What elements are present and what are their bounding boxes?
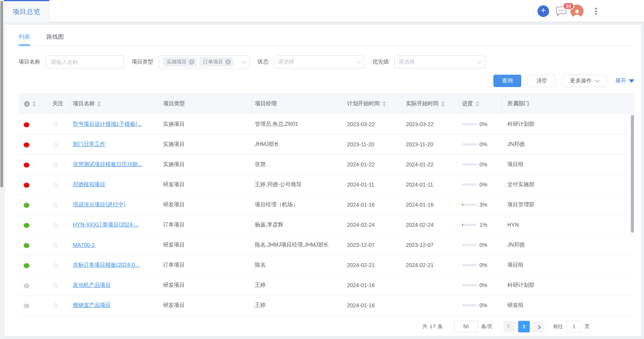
department-cell: 交付实施部: [501, 175, 634, 195]
messages-button[interactable]: 24: [556, 6, 567, 17]
project-name-link[interactable]: HYN-XXX订单项目(2024-...: [73, 221, 139, 228]
expand-link[interactable]: 展开: [615, 77, 634, 84]
progress-bar: [462, 264, 477, 266]
chevron-down-icon: [241, 58, 246, 63]
actual-start-cell: 2024-01-16: [403, 195, 459, 215]
star-icon[interactable]: ☆: [52, 221, 59, 229]
table-row[interactable]: ☆ 型号项目设计领域1子模板(... 实施项目 管理员,焦总,ZR01 2023…: [19, 114, 634, 134]
page-scrollbar-thumb[interactable]: [0, 1, 3, 187]
project-manager-cell: JHMJ部长: [252, 134, 344, 154]
remove-tag-icon[interactable]: ×: [189, 59, 194, 65]
search-button[interactable]: 查询: [493, 75, 521, 87]
prev-page-button[interactable]: [503, 321, 515, 332]
status-select[interactable]: 请选择: [274, 55, 365, 68]
project-type-cell: 实施项目: [160, 134, 252, 154]
sort-icon[interactable]: [383, 101, 386, 107]
table-row[interactable]: ☆ HYN-XXX订单项目(2024-... 订单项目 杨嘉,李彦辉 2024-…: [19, 215, 634, 235]
plan-start-cell: 2024-02-24: [344, 215, 403, 235]
actual-start-cell: 2024-02-24: [403, 215, 459, 235]
project-name-link[interactable]: MA700-2: [73, 242, 95, 248]
user-icon: [572, 9, 582, 18]
project-manager-cell: 王婷: [252, 295, 344, 315]
table-row[interactable]: ☆ 部门日常工作 实施项目 JHMJ部长 2023-11-20 2023-11-…: [19, 134, 634, 154]
page-scrollbar[interactable]: [0, 0, 4, 339]
department-cell: 项目管理部: [501, 195, 634, 215]
star-icon[interactable]: ☆: [52, 301, 59, 310]
sort-icon[interactable]: [476, 101, 479, 107]
progress-bar: [462, 224, 477, 226]
department-cell: 科研计划部: [501, 275, 634, 295]
star-icon[interactable]: ☆: [52, 201, 59, 209]
project-name-link[interactable]: 型号项目设计领域1子模板(...: [73, 121, 142, 127]
status-dot: [24, 183, 29, 188]
progress-bar: [462, 244, 477, 246]
project-manager-cell: 杨嘉,李彦辉: [252, 215, 344, 235]
sort-icon[interactable]: [98, 101, 101, 107]
filter-tag-implementation: 实施项目 ×: [163, 57, 197, 67]
department-cell: JN邦德: [501, 134, 634, 154]
priority-select[interactable]: 请选择: [394, 55, 485, 68]
project-type-cell: 订单项目: [160, 255, 252, 275]
table-row[interactable]: ☆ 非标订单项目模板(2024-0... 订单项目 陈名 2024-02-21 …: [19, 255, 634, 275]
more-actions-button[interactable]: 更多操作: [562, 75, 607, 87]
project-name-link[interactable]: 燃烧室产品项目: [73, 302, 111, 308]
star-icon[interactable]: ☆: [52, 181, 59, 189]
tab-roadmap[interactable]: 路线图: [46, 33, 64, 46]
project-name-link[interactable]: 部门日常工作: [73, 141, 105, 147]
table-row[interactable]: ☆ 培训演示项目(进行中) 研发项目 项目经理（机场） 2024-01-16 2…: [19, 195, 634, 215]
tab-list[interactable]: 列表: [19, 33, 30, 46]
status-dot: [24, 223, 29, 228]
star-icon[interactable]: ☆: [52, 140, 59, 149]
project-manager-cell: 陈名: [252, 255, 344, 275]
department-cell: 项目组: [501, 154, 634, 175]
project-name-link[interactable]: 发动机产品项目: [73, 282, 111, 288]
star-icon[interactable]: ☆: [52, 161, 59, 169]
project-manager-cell: 张慧: [252, 154, 344, 175]
page-1-button[interactable]: 1: [518, 321, 530, 332]
next-page-button[interactable]: [533, 321, 544, 332]
progress-bar: [462, 123, 477, 125]
table-row[interactable]: ☆ MA700-2 研发项目 陈名,JHMJ项目经理,JHMJ部长 2023-1…: [19, 235, 634, 255]
col-watch: 关注: [53, 100, 64, 107]
goto-label: 前往: [553, 323, 563, 330]
kebab-menu-icon[interactable]: [594, 6, 598, 16]
project-type-select[interactable]: 实施项目 × 订单项目 ×: [159, 55, 250, 68]
table-row[interactable]: ☆ 邦德模拟项目 研发项目 王婷,邦德-公司领导 2024-01-11 2024…: [19, 175, 634, 195]
star-icon[interactable]: ☆: [52, 120, 59, 128]
project-name-link[interactable]: 非标订单项目模板(2024-0...: [73, 262, 139, 268]
project-name-input[interactable]: [46, 55, 124, 68]
total-count: 共 17 条: [422, 323, 443, 330]
star-icon[interactable]: ☆: [52, 261, 59, 269]
status-dot: [24, 203, 29, 208]
plan-start-cell: 2023-12-07: [344, 235, 403, 255]
table-scrollbar-thumb[interactable]: [631, 115, 634, 233]
table-row[interactable]: ☆ 张慧测试项目模板日历功能... 实施项目 张慧 2024-01-22 202…: [19, 154, 634, 175]
status-dot: [24, 243, 29, 248]
sort-icon[interactable]: [33, 101, 36, 107]
progress-value: 0%: [479, 121, 487, 127]
filter-bar: 项目名称 项目类型 实施项目 × 订单项目 × 状态 请选择 优先级 请选择: [19, 55, 634, 68]
filter-tag-order: 订单项目 ×: [199, 57, 234, 67]
sort-icon[interactable]: [441, 101, 445, 107]
table-row[interactable]: ☆ 燃烧室产品项目 研发项目 王婷 2024-01-16 0% 研发组: [19, 295, 634, 315]
remove-tag-icon[interactable]: ×: [225, 59, 231, 65]
project-type-cell: 研发项目: [160, 295, 252, 315]
add-button[interactable]: +: [538, 5, 549, 17]
project-name-link[interactable]: 培训演示项目(进行中): [73, 201, 125, 207]
chevron-right-icon: [536, 325, 541, 329]
star-icon[interactable]: ☆: [52, 281, 59, 289]
actual-start-cell: 2024-02-21: [403, 255, 459, 275]
actual-start-cell: 2023-11-20: [403, 134, 459, 154]
window-tab-project-overview[interactable]: 项目总览: [4, 0, 50, 22]
topbar: 项目总览 + 24: [4, 0, 644, 22]
star-icon[interactable]: ☆: [52, 241, 59, 249]
clear-button[interactable]: 清空: [528, 75, 556, 87]
goto-page-input[interactable]: [566, 321, 582, 332]
project-manager-cell: 项目经理（机场）: [252, 195, 344, 215]
project-name-link[interactable]: 邦德模拟项目: [73, 181, 105, 187]
progress-value: 1%: [479, 222, 487, 228]
project-name-link[interactable]: 张慧测试项目模板日历功能...: [73, 161, 143, 167]
page-size-select[interactable]: 50: [454, 321, 478, 332]
table-row[interactable]: ☆ 发动机产品项目 研发项目 王婷 2024-01-16 0% 科研计划部: [19, 275, 634, 295]
plan-start-cell: 2023-11-20: [344, 134, 403, 154]
